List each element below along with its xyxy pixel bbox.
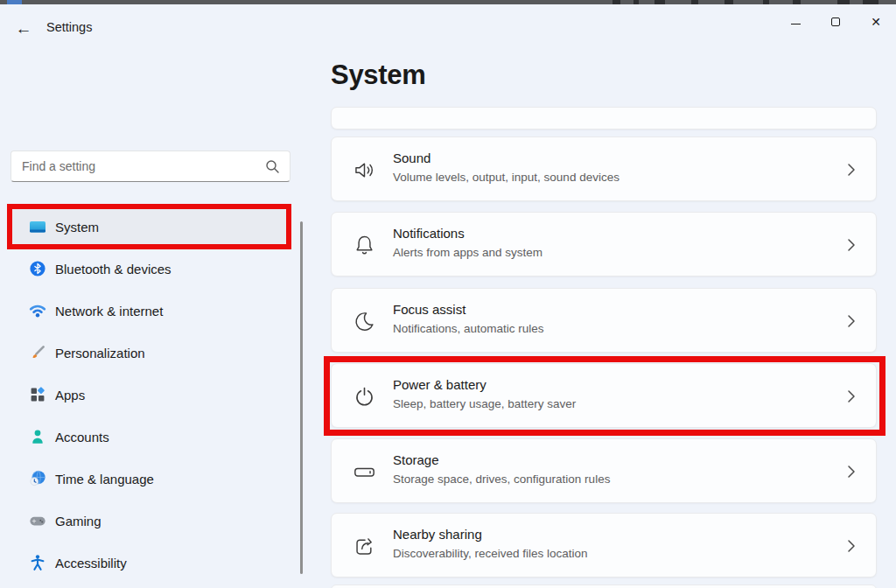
accounts-icon [29,428,46,445]
chevron-right-icon [846,312,857,330]
window-title: Settings [46,20,92,34]
minimize-icon [791,24,801,24]
search-input[interactable] [22,151,258,181]
chevron-right-icon [846,388,857,405]
nearby-sharing-icon [353,535,376,558]
maximize-icon [831,18,840,26]
storage-icon [353,460,376,484]
card-subtitle: Monitors, brightness, night light, displ… [393,107,635,108]
page-title: System [331,60,426,91]
sidebar-item-label: Network & internet [55,304,163,318]
sidebar-item-bluetooth-devices[interactable]: Bluetooth & devices [10,251,287,286]
sidebar-item-label: Gaming [55,514,102,528]
minimize-button[interactable] [775,4,816,39]
card-title: Notifications [393,226,465,241]
sidebar-scrollbar[interactable] [300,221,303,574]
personalization-icon [29,344,46,361]
accessibility-icon [29,554,46,571]
sidebar-item-label: Time & language [55,472,154,486]
settings-card-focus-assist[interactable]: Focus assistNotifications, automatic rul… [331,288,877,353]
sidebar-item-gaming[interactable]: Gaming [10,503,287,538]
card-subtitle: Volume levels, output, input, sound devi… [393,171,620,184]
sidebar-item-system[interactable]: System [10,209,287,244]
card-title: Focus assist [393,302,466,317]
card-title: Power & battery [393,377,486,392]
settings-card-nearby-sharing[interactable]: Nearby sharingDiscoverability, received … [331,513,877,578]
settings-window: ← Settings ✕ SystemBluetooth & devicesNe… [0,0,896,588]
apps-icon [29,386,46,403]
close-icon: ✕ [871,16,881,28]
gaming-icon [29,512,46,529]
chevron-right-icon [846,236,857,254]
card-title: Nearby sharing [393,527,482,542]
system-icon [29,218,46,235]
bluetooth-icon [29,260,46,277]
notifications-icon [353,234,376,257]
sidebar-item-label: Personalization [55,346,145,360]
settings-card-notifications[interactable]: NotificationsAlerts from apps and system [331,212,877,276]
sound-icon [353,158,376,182]
sidebar-item-network-internet[interactable]: Network & internet [10,293,287,328]
settings-card-power-battery[interactable]: Power & batterySleep, battery usage, bat… [331,363,877,428]
chevron-right-icon [846,463,857,480]
power-battery-icon [353,385,376,409]
window-controls: ✕ [775,4,896,41]
sidebar-item-accessibility[interactable]: Accessibility [10,545,287,580]
focus-assist-icon [353,310,376,333]
card-subtitle: Notifications, automatic rules [393,322,544,335]
card-subtitle: Sleep, battery usage, battery saver [393,397,576,410]
chevron-right-icon [846,537,857,555]
settings-card-sound[interactable]: SoundVolume levels, output, input, sound… [331,136,877,201]
search-box [10,150,290,182]
chevron-right-icon [846,161,857,178]
card-subtitle: Storage space, drives, configuration rul… [393,472,610,486]
back-button[interactable]: ← [9,15,38,43]
sidebar-item-personalization[interactable]: Personalization [10,335,287,370]
card-subtitle: Alerts from apps and system [393,246,542,259]
sidebar-item-label: System [55,220,99,234]
maximize-button[interactable] [816,4,856,39]
search-icon [265,159,280,174]
card-subtitle: Discoverability, received files location [393,547,588,560]
card-title: Storage [393,452,439,467]
close-button[interactable]: ✕ [856,4,896,39]
network-icon [29,302,46,319]
card-title: Sound [393,150,430,165]
sidebar-item-label: Accounts [55,430,109,444]
settings-card-storage[interactable]: StorageStorage space, drives, configurat… [331,438,877,503]
sidebar-item-accounts[interactable]: Accounts [10,419,287,454]
sidebar-item-label: Bluetooth & devices [55,262,172,276]
sidebar-item-label: Accessibility [55,556,127,570]
titlebar: ← Settings ✕ [0,4,896,50]
sidebar-item-label: Apps [55,388,85,402]
settings-card-display-partial[interactable]: Monitors, brightness, night light, displ… [331,107,877,130]
settings-card-partial[interactable] [331,584,877,588]
sidebar-item-time-language[interactable]: Time & language [10,461,287,496]
sidebar-item-apps[interactable]: Apps [10,377,287,412]
time-language-icon [29,470,46,487]
